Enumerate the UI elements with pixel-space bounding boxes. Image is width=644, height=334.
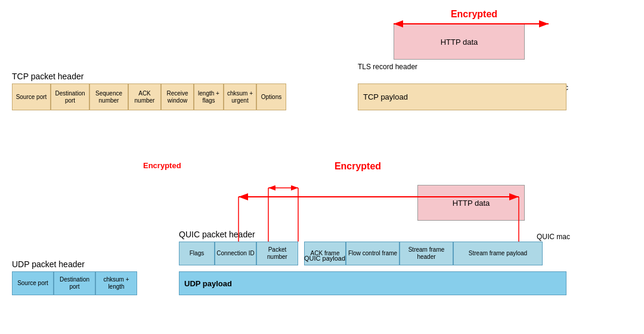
tcp-cell-seq-number: Sequence number <box>89 84 128 110</box>
tcp-cell-length-flags: length + flags <box>194 84 224 110</box>
quic-cell-conn-id: Connection ID <box>215 242 256 265</box>
tcp-payload-label: TCP payload <box>363 92 408 101</box>
main-diagram: Encrypted HTTP data TLS record header TL… <box>0 0 644 334</box>
tcp-cell-receive-window: Receive window <box>161 84 194 110</box>
quic-encrypted-large-label: Encrypted <box>227 161 489 172</box>
quic-cell-flags: Flags <box>179 242 215 265</box>
tcp-encrypted-label: Encrypted <box>388 9 561 20</box>
quic-cell-ack-frame: ACK frame <box>304 242 346 265</box>
quic-cell-flow-control: Flow control frame <box>346 242 400 265</box>
udp-payload-box: UDP payload <box>179 271 566 295</box>
udp-payload-label: UDP payload <box>184 279 232 288</box>
tcp-cell-ack-number: ACK number <box>128 84 161 110</box>
udp-header-row: Source port Destination port chksum + le… <box>12 271 137 295</box>
quic-payload-text: QUIC payload <box>304 255 345 262</box>
quic-http-data-label: HTTP data <box>453 199 490 208</box>
quic-http-data-box: HTTP data <box>417 185 525 221</box>
tcp-http-data-label: HTTP data <box>441 38 478 47</box>
tcp-cell-chksum: chksum + urgent <box>224 84 256 110</box>
tcp-http-data-box: HTTP data <box>394 24 525 60</box>
quic-header-row: Flags Connection ID Packet number <box>179 242 298 265</box>
quic-header-label: QUIC packet header <box>179 230 255 239</box>
tcp-cell-options: Options <box>256 84 286 110</box>
tcp-payload-box: TCP payload <box>358 84 566 110</box>
udp-cell-source-port: Source port <box>12 271 54 295</box>
quic-payload-row: ACK frame Flow control frame Stream fram… <box>304 242 543 265</box>
quic-mac-label: QUIC mac <box>537 233 570 241</box>
quic-cell-stream-frame-payload: Stream frame payload <box>453 242 543 265</box>
udp-cell-chksum: chksum + length <box>95 271 137 295</box>
quic-encrypted-small-label: Encrypted <box>143 161 179 170</box>
udp-section-label: UDP packet header <box>12 259 85 269</box>
tcp-cell-dest-port: Destination port <box>51 84 89 110</box>
quic-cell-stream-frame-header: Stream frame header <box>400 242 453 265</box>
tcp-header-row: Source port Destination port Sequence nu… <box>12 84 286 110</box>
udp-cell-dest-port: Destination port <box>54 271 95 295</box>
tcp-section-label: TCP packet header <box>12 72 83 81</box>
tcp-cell-source-port: Source port <box>12 84 51 110</box>
tls-record-header-label: TLS record header <box>358 63 417 71</box>
quic-cell-packet-number: Packet number <box>256 242 298 265</box>
